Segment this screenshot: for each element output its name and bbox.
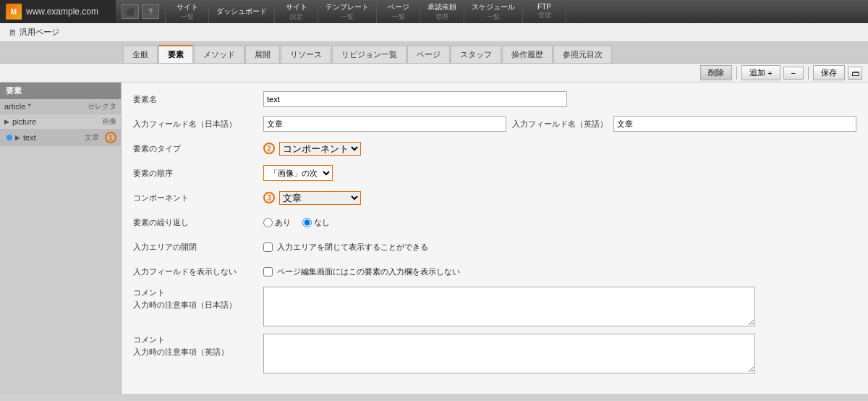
nav-dashboard[interactable]: ダッシュボード — [209, 0, 275, 23]
element-name-input[interactable] — [263, 91, 567, 107]
archive-button[interactable]: 🗃 — [848, 67, 862, 80]
top-navigation-bar: M www.example.com ⬛ ? サイト 一覧 ダッシュボード サイト… — [0, 0, 868, 23]
element-name-label: 要素名 — [133, 94, 263, 105]
logo-icon: M — [6, 4, 22, 20]
repeat-label: 要素の繰り返し — [133, 217, 263, 228]
tab-staff[interactable]: スタッフ — [451, 46, 501, 63]
remove-button[interactable]: − — [783, 67, 804, 80]
add-button[interactable]: 追加 + — [741, 65, 780, 80]
site-url: www.example.com — [26, 7, 98, 17]
dual-field-wrap: 入力フィールド名（英語） — [263, 116, 856, 132]
tab-elements[interactable]: 要素 — [158, 45, 193, 63]
remove-icon: − — [791, 69, 796, 77]
tab-references[interactable]: 参照元目次 — [553, 46, 612, 63]
sidebar-item-text[interactable]: ▶ text 文章 1 — [0, 130, 121, 146]
comment-jp-textarea[interactable] — [263, 287, 755, 326]
tab-history[interactable]: 操作履歴 — [502, 46, 553, 63]
nav-template-sub: 一覧 — [341, 12, 354, 22]
repeat-no-radio[interactable] — [302, 218, 312, 227]
tab-methods[interactable]: メソッド — [194, 46, 244, 63]
comment-en-input-wrap — [263, 334, 856, 375]
separator — [736, 67, 737, 80]
circle-number-1: 1 — [105, 132, 116, 143]
sidebar-item-article[interactable]: article * セレクタ — [0, 99, 121, 114]
top-tools: ⬛ ? — [116, 0, 166, 23]
nav-approval-sub: 管理 — [435, 12, 448, 22]
hide-field-row: 入力フィールドを表示しない ページ編集画面にはこの要素の入力欄を表示しない — [133, 262, 856, 281]
field-name-row: 入力フィールド名（日本語） 入力フィールド名（英語） — [133, 114, 856, 133]
element-name-row: 要素名 — [133, 90, 856, 109]
sidebar-title: 要素 — [0, 83, 121, 99]
tab-revisions[interactable]: リビジョン一覧 — [332, 46, 407, 63]
sidebar-item-picture[interactable]: ▶ picture 画像 — [0, 114, 121, 130]
component-select[interactable]: 文章 テキスト リッチテキスト — [279, 191, 361, 205]
component-input-wrap: 3 文章 テキスト リッチテキスト — [263, 191, 361, 205]
element-type-label: 要素のタイプ — [133, 143, 263, 154]
tab-general[interactable]: 全般 — [123, 46, 158, 63]
collapse-checkbox[interactable] — [263, 242, 273, 252]
tab-pages[interactable]: ページ — [407, 46, 450, 63]
field-name-en-input[interactable] — [613, 116, 856, 132]
collapse-label: 入力エリアの開閉 — [133, 242, 263, 253]
help-icon[interactable]: ? — [142, 4, 159, 19]
tab-deploy[interactable]: 展開 — [245, 46, 280, 63]
nav-site-settings[interactable]: サイト 設定 — [275, 0, 318, 23]
nav-ftp-label: FTP — [537, 3, 551, 11]
nav-page-label: ページ — [388, 2, 409, 12]
collapse-checkbox-wrap: 入力エリアを閉じて表示することができる — [263, 242, 428, 253]
nav-site-list[interactable]: サイト 一覧 — [166, 0, 209, 23]
circle-number-2: 2 — [263, 143, 275, 154]
element-type-input-wrap: 2 コンポーネント テキスト 画像 — [263, 142, 361, 156]
element-order-row: 要素の順序 「画像」の次 — [133, 164, 856, 182]
save-button[interactable]: 保存 — [813, 65, 845, 80]
nav-template[interactable]: テンプレート 一覧 — [318, 0, 377, 23]
active-indicator — [7, 135, 12, 140]
repeat-yes-radio[interactable] — [263, 218, 273, 227]
nav-schedule-label: スケジュール — [472, 2, 515, 12]
component-row: コンポーネント 3 文章 テキスト リッチテキスト — [133, 188, 856, 207]
element-type-select[interactable]: コンポーネント テキスト 画像 — [279, 142, 361, 156]
collapse-row: 入力エリアの開閉 入力エリアを閉じて表示することができる — [133, 237, 856, 256]
delete-button[interactable]: 削除 — [700, 65, 732, 80]
element-order-select[interactable]: 「画像」の次 — [263, 165, 333, 181]
action-bar: 削除 追加 + − 保存 🗃 — [0, 64, 868, 83]
repeat-yes-text: あり — [275, 217, 291, 228]
hide-field-checkbox[interactable] — [263, 267, 273, 277]
field-name-jp-input[interactable] — [263, 116, 506, 132]
logo-area: M www.example.com — [0, 0, 116, 23]
repeat-row: 要素の繰り返し あり なし — [133, 213, 856, 232]
monitor-icon[interactable]: ⬛ — [122, 4, 139, 19]
sidebar-item-article-name: article * — [4, 102, 31, 111]
tab-resources[interactable]: リソース — [281, 46, 331, 63]
nav-schedule[interactable]: スケジュール 一覧 — [464, 0, 523, 23]
repeat-no-label[interactable]: なし — [302, 217, 330, 228]
repeat-yes-label[interactable]: あり — [263, 217, 291, 228]
circle-number-3: 3 — [263, 192, 275, 203]
nav-ftp-sub: 管理 — [538, 11, 551, 20]
breadcrumb: 🖹 汎用ページ — [0, 23, 868, 42]
page-icon: 🖹 — [9, 28, 17, 37]
repeat-no-text: なし — [314, 217, 330, 228]
sidebar-item-picture-type: 画像 — [102, 117, 116, 127]
comment-en-label: コメント 入力時の注意事項（英語） — [133, 334, 263, 358]
nav-approval[interactable]: 承認依頼 管理 — [420, 0, 464, 23]
comment-jp-label: コメント 入力時の注意事項（日本語） — [133, 287, 263, 311]
comment-jp-row: コメント 入力時の注意事項（日本語） — [133, 287, 856, 328]
nav-page[interactable]: ページ 一覧 — [377, 0, 420, 23]
main-content: 要素 article * セレクタ ▶ picture 画像 ▶ text 文章… — [0, 83, 868, 394]
logo-letter: M — [11, 8, 17, 16]
expand-icon-text: ▶ — [15, 134, 20, 141]
element-order-input-wrap: 「画像」の次 — [263, 165, 856, 181]
add-icon: 追加 — [749, 67, 765, 78]
nav-ftp[interactable]: FTP 管理 — [523, 0, 566, 23]
nav-site-settings-label: サイト — [286, 2, 307, 12]
form-area: 要素名 入力フィールド名（日本語） 入力フィールド名（英語） 要素のタイプ 2 … — [122, 83, 868, 394]
comment-en-textarea[interactable] — [263, 334, 755, 373]
separator2 — [808, 67, 809, 80]
nav-approval-label: 承認依頼 — [427, 2, 456, 12]
nav-template-label: テンプレート — [326, 2, 369, 12]
sidebar-item-article-tag: セレクタ — [88, 101, 116, 111]
repeat-radio-group: あり なし — [263, 217, 330, 228]
sidebar-item-picture-name: picture — [12, 117, 99, 126]
field-name-jp-label: 入力フィールド名（日本語） — [133, 119, 263, 130]
